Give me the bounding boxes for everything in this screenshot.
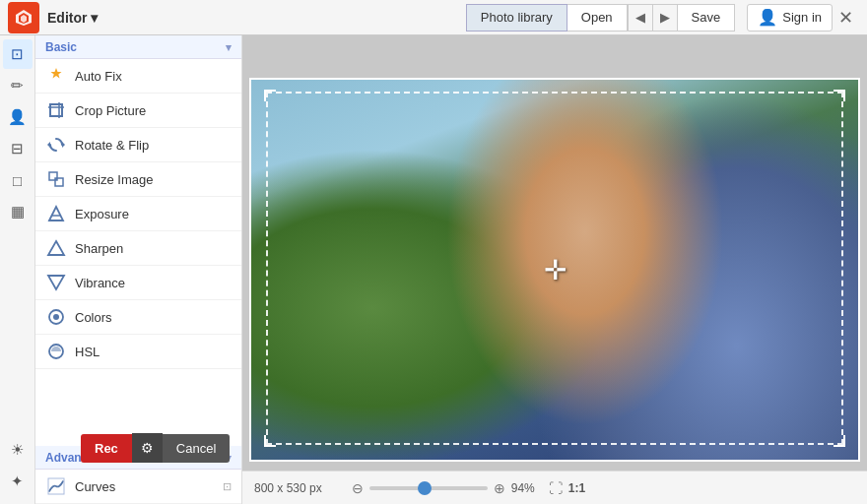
close-button[interactable]: ✕ xyxy=(833,4,859,32)
image-container[interactable]: ✛ xyxy=(249,78,860,462)
next-arrow-button[interactable]: ▶ xyxy=(653,4,678,32)
crop-picture-icon xyxy=(45,99,67,121)
image-size-label: 800 x 530 px xyxy=(254,481,322,495)
svg-marker-3 xyxy=(62,142,65,148)
sidebar-item-colors[interactable]: Colors xyxy=(35,300,241,335)
texture-icon-btn[interactable]: ▦ xyxy=(3,197,33,226)
basic-chevron: ▾ xyxy=(226,41,232,54)
sidebar-item-rotate-flip[interactable]: Rotate & Flip xyxy=(35,128,241,162)
open-button[interactable]: Open xyxy=(567,4,628,32)
app-logo xyxy=(8,2,39,33)
layers-icon-btn[interactable]: ⊟ xyxy=(3,134,33,163)
editor-title-text: Editor xyxy=(47,10,87,26)
hsl-icon xyxy=(45,341,67,362)
basic-section-header: Basic ▾ xyxy=(35,35,241,59)
svg-marker-11 xyxy=(48,276,64,289)
iconbar: ⊡ ✏ 👤 ⊟ □ ▦ ☀ ✦ xyxy=(0,35,35,504)
settings-icon: ⚙ xyxy=(141,440,154,456)
sidebar-item-resize-image[interactable]: Resize Image xyxy=(35,162,241,197)
resize-image-label: Resize Image xyxy=(75,172,232,187)
sidebar-item-hsl[interactable]: HSL xyxy=(35,335,241,369)
rotate-flip-label: Rotate & Flip xyxy=(75,138,232,153)
curves-label: Curves xyxy=(75,479,215,494)
editor-dropdown-arrow: ▾ xyxy=(91,10,98,26)
sidebar-item-crop-picture[interactable]: Crop Picture xyxy=(35,94,241,128)
colors-label: Colors xyxy=(75,310,232,325)
person-icon-btn[interactable]: 👤 xyxy=(3,102,33,132)
zoom-percentage-label: 94% xyxy=(511,481,543,495)
rotate-flip-icon xyxy=(45,134,67,156)
zoom-controls: ⊖ ⊕ 94% ⛶ 1:1 xyxy=(352,480,585,496)
topbar: Editor ▾ Photo library Open ◀ ▶ Save 👤 S… xyxy=(0,0,867,35)
photo-library-button[interactable]: Photo library xyxy=(466,4,567,32)
main-layout: ⊡ ✏ 👤 ⊟ □ ▦ ☀ ✦ Basic ▾ Auto Fix Crop Pi… xyxy=(0,35,867,504)
vibrance-icon xyxy=(45,272,67,293)
crop-corner-br xyxy=(834,435,845,447)
resize-image-icon xyxy=(45,168,67,190)
curves-badge: ⊡ xyxy=(223,480,232,493)
zoom-plus-icon[interactable]: ⊕ xyxy=(494,480,505,496)
photo-image xyxy=(251,80,858,460)
sidebar-item-sharpen[interactable]: Sharpen xyxy=(35,231,241,266)
signin-label: Sign in xyxy=(782,10,822,25)
rect-icon-btn[interactable]: □ xyxy=(3,165,33,195)
crop-corner-tl xyxy=(264,90,276,101)
vibrance-label: Vibrance xyxy=(75,276,232,290)
svg-marker-10 xyxy=(48,241,64,255)
signin-button[interactable]: 👤 Sign in xyxy=(747,4,833,32)
toolbar-popup: Rec ⚙ Cancel xyxy=(81,433,230,463)
sidebar-item-auto-fix[interactable]: Auto Fix xyxy=(35,59,241,94)
bottom-bar: 800 x 530 px ⊖ ⊕ 94% ⛶ 1:1 xyxy=(242,471,867,504)
auto-fix-label: Auto Fix xyxy=(75,69,232,84)
sidebar-item-curves[interactable]: Curves ⊡ xyxy=(35,470,241,504)
save-button[interactable]: Save xyxy=(678,4,736,32)
rec-button[interactable]: Rec xyxy=(81,434,132,463)
zoom-minus-icon[interactable]: ⊖ xyxy=(352,480,364,496)
curves-icon xyxy=(45,475,67,497)
brush-icon-btn[interactable]: ✏ xyxy=(3,71,33,100)
sun-icon-btn[interactable]: ☀ xyxy=(3,435,33,465)
svg-point-13 xyxy=(53,314,59,320)
auto-fix-icon xyxy=(45,65,67,87)
ratio-button[interactable]: 1:1 xyxy=(568,481,585,495)
basic-section-label: Basic xyxy=(45,40,77,54)
sharpen-icon xyxy=(45,237,67,259)
canvas-area: ✛ 800 x 530 px ⊖ ⊕ 94% ⛶ 1:1 xyxy=(242,35,867,504)
crop-corner-tr xyxy=(834,90,845,101)
settings-button[interactable]: ⚙ xyxy=(132,433,163,463)
sidebar: Basic ▾ Auto Fix Crop Picture Rotate & F… xyxy=(35,35,242,504)
sidebar-item-exposure[interactable]: Exposure xyxy=(35,197,241,231)
exposure-icon xyxy=(45,203,67,224)
exposure-label: Exposure xyxy=(75,207,232,221)
sidebar-item-vibrance[interactable]: Vibrance xyxy=(35,266,241,300)
crop-corner-bl xyxy=(264,435,276,447)
crop-icon-btn[interactable]: ⊡ xyxy=(3,39,33,69)
effect-icon-btn[interactable]: ✦ xyxy=(3,467,33,496)
colors-icon xyxy=(45,306,67,328)
svg-marker-8 xyxy=(49,207,63,220)
editor-title[interactable]: Editor ▾ xyxy=(47,10,98,26)
crop-picture-label: Crop Picture xyxy=(75,103,232,118)
prev-arrow-button[interactable]: ◀ xyxy=(628,4,653,32)
user-icon: 👤 xyxy=(758,8,777,27)
zoom-slider[interactable] xyxy=(369,486,488,490)
svg-marker-4 xyxy=(47,142,50,148)
fullscreen-button[interactable]: ⛶ xyxy=(549,480,563,496)
sharpen-label: Sharpen xyxy=(75,241,232,256)
cancel-button[interactable]: Cancel xyxy=(163,434,230,463)
hsl-label: HSL xyxy=(75,345,232,359)
svg-rect-0 xyxy=(50,104,62,116)
